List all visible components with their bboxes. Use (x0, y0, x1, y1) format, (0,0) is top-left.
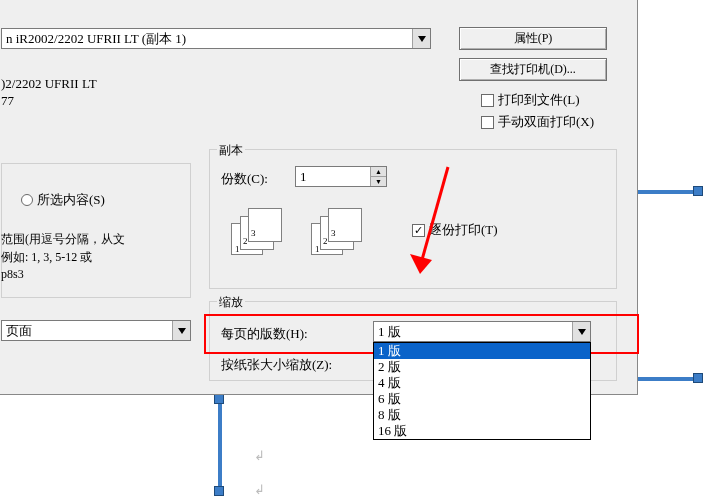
radio-icon (21, 194, 33, 206)
find-printer-button[interactable]: 查找打印机(D)... (459, 58, 607, 81)
printer-info-1: )2/2202 UFRII LT (1, 76, 97, 92)
pages-per-dropdown[interactable]: 1 版 2 版 4 版 6 版 8 版 16 版 (373, 342, 591, 440)
checkbox-icon (481, 116, 494, 129)
find-printer-label: 查找打印机(D)... (490, 61, 576, 78)
paragraph-mark: ↲ (254, 448, 265, 464)
copies-label: 份数(C): (221, 170, 268, 188)
scale-legend: 缩放 (217, 294, 245, 311)
svg-line-0 (420, 167, 448, 267)
dropdown-item[interactable]: 2 版 (374, 359, 590, 375)
dropdown-item[interactable]: 8 版 (374, 407, 590, 423)
page-combo-label: 页面 (6, 322, 32, 340)
dropdown-item[interactable]: 16 版 (374, 423, 590, 439)
range-hint-1: 范围(用逗号分隔，从文 (1, 231, 125, 248)
chevron-down-icon[interactable] (412, 29, 430, 48)
selection-radio-label: 所选内容(S) (37, 191, 105, 209)
paragraph-mark: ↲ (254, 482, 265, 498)
manual-duplex-label: 手动双面打印(X) (498, 113, 594, 131)
print-to-file-label: 打印到文件(L) (498, 91, 580, 109)
chevron-down-icon[interactable] (172, 321, 190, 340)
dropdown-item[interactable]: 1 版 (374, 343, 590, 359)
paper-scale-label: 按纸张大小缩放(Z): (221, 356, 332, 374)
doc-handle-3 (214, 486, 224, 496)
properties-button[interactable]: 属性(P) (459, 27, 607, 50)
printer-select-text: n iR2002/2202 UFRII LT (副本 1) (6, 30, 186, 48)
dropdown-item[interactable]: 4 版 (374, 375, 590, 391)
collate-preview-1: 1 2 3 (231, 223, 263, 255)
range-hint-3: p8s3 (1, 267, 24, 282)
dropdown-item[interactable]: 6 版 (374, 391, 590, 407)
annotation-arrow (400, 162, 460, 292)
spinner-arrows[interactable]: ▲▼ (370, 167, 386, 186)
printer-select[interactable]: n iR2002/2202 UFRII LT (副本 1) (1, 28, 431, 49)
manual-duplex-check[interactable]: 手动双面打印(X) (481, 113, 594, 131)
svg-marker-1 (410, 254, 432, 274)
selection-radio[interactable]: 所选内容(S) (21, 191, 105, 209)
copies-value: 1 (300, 169, 307, 185)
doc-handle-2 (693, 373, 703, 383)
page-combo[interactable]: 页面 (1, 320, 191, 341)
collate-preview-2: 1 2 3 (311, 223, 343, 255)
print-to-file-check[interactable]: 打印到文件(L) (481, 91, 580, 109)
copies-spinner[interactable]: 1 ▲▼ (295, 166, 387, 187)
doc-handle-4 (214, 394, 224, 404)
properties-label: 属性(P) (514, 30, 553, 47)
doc-line-vert (218, 394, 222, 488)
printer-info-2: 77 (1, 93, 14, 109)
range-hint-2: 例如: 1, 3, 5-12 或 (1, 249, 92, 266)
doc-handle-1 (693, 186, 703, 196)
checkbox-icon (481, 94, 494, 107)
copies-legend: 副本 (217, 142, 245, 159)
